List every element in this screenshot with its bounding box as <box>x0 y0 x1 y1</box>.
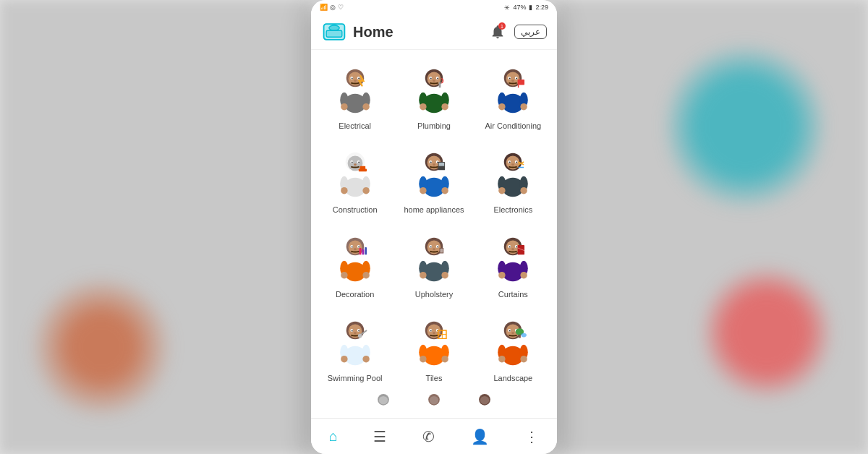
svg-point-12 <box>358 78 359 80</box>
svg-point-28 <box>420 103 426 110</box>
service-item-air-conditioning[interactable]: Air Conditioning <box>475 57 551 138</box>
svg-point-94 <box>358 246 359 247</box>
service-item-landscape[interactable]: Landscape <box>475 309 551 390</box>
service-icon-decoration <box>329 233 381 285</box>
service-icon-home-appliances <box>408 148 460 200</box>
svg-point-55 <box>341 187 347 194</box>
svg-point-150 <box>433 332 435 334</box>
service-icon-upholstery <box>408 233 460 285</box>
svg-point-164 <box>511 332 514 334</box>
service-label-tiles: Tiles <box>426 373 443 383</box>
nav-item-profile[interactable]: 👤 <box>465 427 495 447</box>
svg-rect-72 <box>439 163 445 166</box>
language-button[interactable]: عربي <box>514 25 547 39</box>
svg-point-121 <box>516 246 518 247</box>
svg-point-167 <box>498 356 505 362</box>
service-item-swimming-pool[interactable]: Swimming Pool <box>317 309 393 390</box>
service-item-tiles[interactable]: Tiles <box>396 309 472 390</box>
service-label-plumbing: Plumbing <box>417 121 451 131</box>
wifi-icon: ◎ <box>330 4 336 11</box>
service-content: Electrical Plumbing <box>311 50 557 418</box>
svg-point-162 <box>509 330 511 331</box>
svg-rect-4 <box>326 30 342 37</box>
svg-point-120 <box>509 246 511 247</box>
service-label-air-conditioning: Air Conditioning <box>485 121 542 131</box>
app-logo <box>321 19 347 45</box>
svg-point-80 <box>511 164 514 166</box>
svg-point-98 <box>341 272 347 278</box>
svg-point-153 <box>420 356 426 362</box>
svg-point-108 <box>430 246 432 247</box>
svg-point-140 <box>362 356 369 362</box>
svg-rect-101 <box>362 249 364 254</box>
svg-point-79 <box>516 162 518 163</box>
notification-button[interactable]: 1 <box>487 21 509 43</box>
status-bar: 📶 ◎ ♡ ⚹ 47% ▮ 2:29 <box>311 0 557 14</box>
nav-icon-list: ☰ <box>373 428 386 445</box>
svg-point-56 <box>362 187 369 194</box>
svg-rect-30 <box>439 82 441 88</box>
nav-icon-home: ⌂ <box>329 428 338 445</box>
svg-point-148 <box>430 330 432 331</box>
svg-point-139 <box>341 356 347 362</box>
char-peek-row <box>311 390 557 416</box>
svg-point-173 <box>379 396 388 404</box>
svg-point-109 <box>437 246 438 247</box>
svg-point-171 <box>522 333 527 338</box>
service-icon-air-conditioning <box>487 64 539 116</box>
svg-point-84 <box>521 187 527 194</box>
service-item-plumbing[interactable]: Plumbing <box>396 57 472 138</box>
peek-char-2 <box>416 393 452 416</box>
nav-icon-phone: ✆ <box>422 428 435 445</box>
svg-point-42 <box>521 103 527 110</box>
svg-point-93 <box>351 246 352 247</box>
service-item-upholstery[interactable]: Upholstery <box>396 226 472 307</box>
service-label-upholstery: Upholstery <box>415 289 454 299</box>
time-display: 2:29 <box>535 4 548 11</box>
app-header: Home 1 عربي <box>311 14 557 50</box>
notification-badge: 1 <box>498 22 506 30</box>
service-icon-electrical <box>329 64 381 116</box>
peek-char-3 <box>467 393 503 416</box>
service-item-electrical[interactable]: Electrical <box>317 57 393 138</box>
svg-point-99 <box>362 272 369 278</box>
svg-point-16 <box>341 103 347 110</box>
svg-rect-58 <box>359 166 365 170</box>
svg-point-24 <box>437 78 438 80</box>
bottom-nav: ⌂☰✆👤⋮ <box>311 418 557 454</box>
nav-icon-profile: 👤 <box>471 428 489 445</box>
service-label-decoration: Decoration <box>336 289 374 299</box>
battery-percent: 47% <box>513 4 526 11</box>
svg-point-69 <box>420 187 426 194</box>
service-item-electronics[interactable]: Electronics <box>475 141 551 222</box>
service-icon-electronics <box>487 148 539 200</box>
svg-point-126 <box>521 272 527 278</box>
svg-point-11 <box>351 78 352 80</box>
service-item-curtains[interactable]: Curtains <box>475 226 551 307</box>
nav-item-phone[interactable]: ✆ <box>417 427 441 447</box>
svg-point-78 <box>509 162 511 163</box>
svg-rect-102 <box>365 247 367 254</box>
service-icon-tiles <box>408 317 460 369</box>
svg-point-114 <box>441 272 448 278</box>
status-left: 📶 ◎ ♡ <box>320 4 344 11</box>
service-item-home-appliances[interactable]: home appliances <box>396 141 472 222</box>
nav-item-more[interactable]: ⋮ <box>519 427 545 447</box>
svg-point-168 <box>521 356 527 362</box>
service-item-decoration[interactable]: Decoration <box>317 226 393 307</box>
service-label-electronics: Electronics <box>493 205 532 215</box>
page-title: Home <box>353 24 393 40</box>
service-label-curtains: Curtains <box>498 289 528 299</box>
svg-point-51 <box>358 162 359 163</box>
svg-point-29 <box>441 103 448 110</box>
service-item-construction[interactable]: Construction <box>317 141 393 222</box>
svg-point-125 <box>498 272 505 278</box>
svg-point-37 <box>516 78 518 80</box>
svg-point-70 <box>441 187 448 194</box>
svg-point-13 <box>354 80 357 82</box>
nav-item-home[interactable]: ⌂ <box>323 427 344 446</box>
nav-item-list[interactable]: ☰ <box>367 427 392 447</box>
service-icon-construction <box>329 148 381 200</box>
svg-point-50 <box>351 162 352 163</box>
peek-char-1 <box>365 393 401 416</box>
